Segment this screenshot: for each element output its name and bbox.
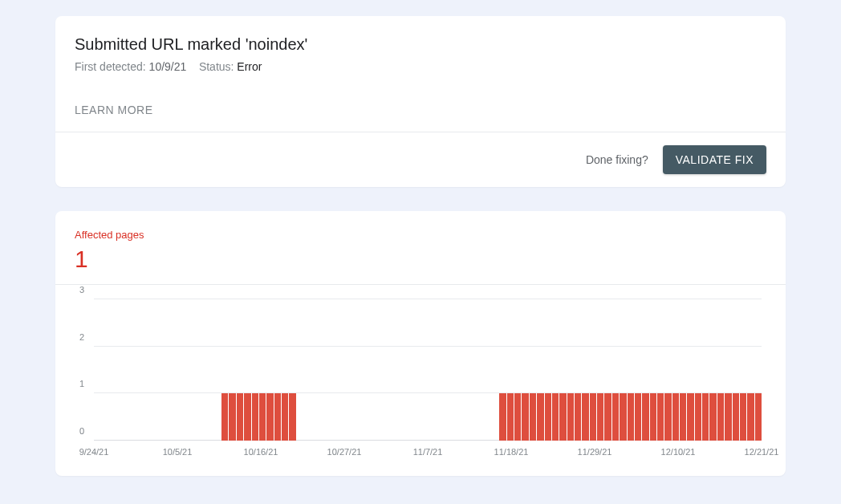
chart-bar (725, 393, 731, 441)
y-tick: 0 (79, 426, 84, 436)
chart-bar (612, 393, 619, 441)
chart-bar (597, 393, 603, 441)
x-tick: 12/21/21 (745, 447, 779, 457)
chart-bar (575, 393, 581, 441)
chart-bar (717, 393, 724, 441)
chart-bar (650, 393, 656, 441)
chart-bar (635, 393, 641, 441)
chart-bar (687, 393, 693, 441)
chart-bar (552, 393, 559, 441)
x-tick: 11/29/21 (578, 447, 612, 457)
chart-bar (695, 393, 701, 441)
chart-bar (221, 393, 228, 441)
chart-bar (604, 393, 611, 441)
chart-bar (747, 393, 754, 441)
chart-bar (582, 393, 588, 441)
affected-pages-count: 1 (75, 246, 766, 273)
chart-bar (545, 393, 551, 441)
chart-bar (664, 393, 671, 441)
x-tick: 12/10/21 (661, 447, 696, 457)
x-tick: 10/5/21 (163, 447, 193, 457)
chart-bar (680, 393, 686, 441)
chart-bar (259, 393, 266, 441)
chart-bar (514, 393, 521, 441)
chart-bar (628, 393, 634, 441)
action-row: Done fixing? VALIDATE FIX (55, 132, 786, 187)
chart-bar (282, 393, 288, 441)
chart-bar (672, 393, 679, 441)
chart-bar (537, 393, 543, 441)
x-tick: 11/7/21 (413, 447, 443, 457)
chart-bar (567, 393, 574, 441)
first-detected-value: 10/9/21 (149, 60, 187, 73)
chart-bar (709, 393, 716, 441)
chart-bar (289, 393, 295, 441)
chart-bar (530, 393, 536, 441)
chart-bar (740, 393, 746, 441)
chart-bar (559, 393, 566, 441)
chart-bar (642, 393, 648, 441)
chart-bar (733, 393, 739, 441)
y-tick: 2 (79, 332, 84, 342)
chart-bar (702, 393, 709, 441)
validate-fix-button[interactable]: VALIDATE FIX (663, 145, 766, 174)
y-tick: 1 (79, 379, 84, 388)
issue-title: Submitted URL marked 'noindex' (75, 35, 766, 54)
chart-bar (620, 393, 626, 441)
done-fixing-label: Done fixing? (586, 153, 648, 166)
x-tick: 10/27/21 (327, 447, 362, 457)
chart-bar (522, 393, 528, 441)
x-tick: 10/16/21 (244, 447, 278, 457)
chart-bar (755, 393, 762, 441)
status-value: Error (237, 60, 262, 73)
chart-bar (499, 393, 506, 441)
chart-bar (266, 393, 273, 441)
status-label: Status: (199, 60, 234, 73)
chart-bar (657, 393, 664, 441)
x-tick: 11/18/21 (494, 447, 529, 457)
affected-pages-card: Affected pages 1 0123 9/24/2110/5/2110/1… (55, 211, 786, 476)
chart-bar (237, 393, 243, 441)
first-detected-label: First detected: (75, 60, 146, 73)
chart-bar (274, 393, 281, 441)
affected-pages-chart: 0123 9/24/2110/5/2110/16/2110/27/2111/7/… (73, 299, 768, 460)
chart-bar (507, 393, 514, 441)
affected-pages-label: Affected pages (75, 229, 766, 241)
chart-bar (252, 393, 258, 441)
chart-bar (244, 393, 250, 441)
issue-card: Submitted URL marked 'noindex' First det… (55, 16, 786, 187)
y-tick: 3 (79, 285, 84, 295)
x-tick: 9/24/21 (79, 447, 109, 457)
chart-bar (229, 393, 235, 441)
issue-meta: First detected: 10/9/21 Status: Error (75, 60, 766, 73)
chart-bar (590, 393, 596, 441)
learn-more-link[interactable]: LEARN MORE (75, 104, 153, 116)
